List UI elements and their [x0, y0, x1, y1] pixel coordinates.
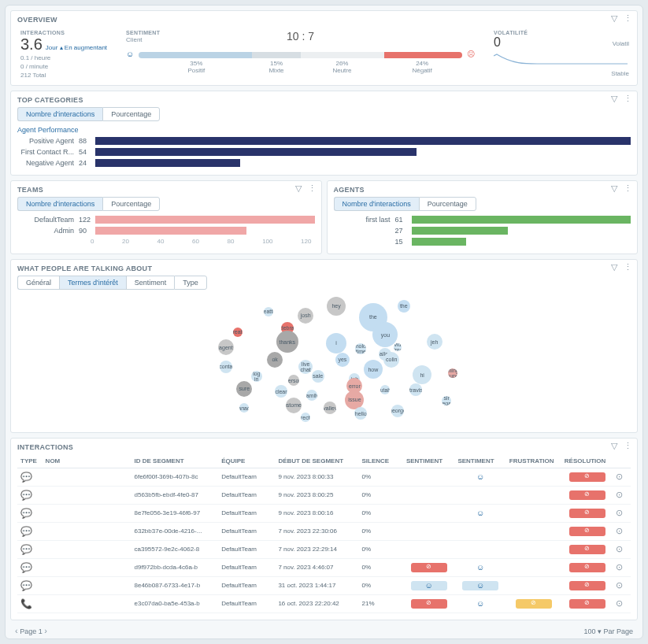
filter-icon[interactable]: ▽ — [611, 94, 617, 103]
row-action-icon[interactable]: ⊙ — [616, 508, 623, 517]
bar-row[interactable]: DefaultTeam122 — [17, 216, 315, 224]
table-row[interactable]: 💬d9f972bb-dcda-4c6a-bDefaultTeam7 nov. 2… — [17, 558, 631, 576]
filter-icon[interactable]: ▽ — [611, 14, 617, 23]
bubble[interactable]: yes — [335, 353, 350, 367]
row-action-icon[interactable]: ⊙ — [616, 598, 623, 608]
col-header[interactable]: FRUSTRATION — [506, 454, 561, 468]
col-header[interactable]: SILENCE — [358, 454, 402, 468]
clock-value: 10 : 7 — [287, 30, 314, 43]
tab-terms[interactable]: Termes d'intérêt — [59, 276, 126, 290]
bubble[interactable]: hold time — [355, 343, 366, 354]
row-action-icon[interactable]: ⊙ — [616, 490, 623, 499]
bubble[interactable]: person — [288, 375, 299, 386]
bubble[interactable]: ustomer — [286, 398, 302, 413]
bubble[interactable]: ok — [267, 352, 283, 368]
tab-interactions[interactable]: Nombre d'interactions — [17, 107, 102, 121]
filter-icon[interactable]: ▽ — [611, 263, 617, 272]
bubble[interactable]: josh — [298, 308, 313, 324]
bubble[interactable]: colin — [383, 352, 399, 368]
bubble[interactable]: travis — [409, 383, 422, 396]
bubble[interactable]: george — [391, 405, 404, 417]
bubble[interactable]: hey — [327, 297, 346, 316]
bubble[interactable]: family — [306, 390, 317, 401]
table-row[interactable]: 📞e3c07da0-ba5e-453a-bDefaultTeam16 oct. … — [17, 594, 631, 613]
silence: 0% — [358, 576, 402, 594]
table-row[interactable]: 💬6fe6f00f-369b-407b-8cDefaultTeam9 nov. … — [17, 468, 631, 486]
table-row[interactable]: 💬632bb37e-00de-4216-...DefaultTeam7 nov.… — [17, 522, 631, 540]
table-row[interactable]: 💬d563b5fb-ebdf-4fe0-87DefaultTeam9 nov. … — [17, 486, 631, 504]
bubble[interactable]: issue — [345, 390, 364, 409]
filter-icon[interactable]: ▽ — [611, 184, 617, 193]
bubble[interactable]: director — [301, 413, 310, 422]
tab-percentage[interactable]: Pourcentage — [102, 197, 160, 211]
bubble[interactable]: how — [364, 360, 383, 379]
bubble[interactable]: incontact — [220, 361, 232, 373]
bar-row[interactable]: Negative Agent24 — [17, 159, 631, 167]
tab-general[interactable]: Général — [17, 276, 59, 290]
bubble[interactable]: i — [326, 333, 346, 353]
more-icon[interactable]: ⋮ — [624, 184, 632, 193]
next-page-icon[interactable]: › — [44, 626, 47, 635]
col-header[interactable]: RÉSOLUTION — [561, 454, 613, 468]
bubble[interactable]: hi — [413, 365, 431, 384]
bubble[interactable]: sure — [236, 381, 252, 397]
table-row[interactable]: 💬ca395572-9e2c-4062-8DefaultTeam7 nov. 2… — [17, 540, 631, 558]
bubble[interactable]: seattle — [264, 307, 273, 316]
prev-page-icon[interactable]: ‹ — [15, 626, 18, 635]
bubble[interactable]: agent — [218, 339, 234, 355]
col-header[interactable]: ID DE SEGMENT — [131, 454, 219, 468]
bubble[interactable]: sir vegas — [442, 396, 451, 405]
more-icon[interactable]: ⋮ — [308, 184, 317, 193]
row-action-icon[interactable]: ⊙ — [616, 526, 623, 535]
bar-row[interactable]: 27 — [334, 227, 631, 235]
row-action-icon[interactable]: ⊙ — [616, 544, 623, 553]
bubble[interactable]: live chat — [298, 360, 313, 374]
tab-percentage[interactable]: Pourcentage — [419, 197, 476, 211]
bar-row[interactable]: Admin90 — [17, 227, 315, 235]
bar-row[interactable]: First Contact R...54 — [17, 148, 631, 156]
bubble[interactable]: log in — [251, 371, 262, 382]
tab-interactions[interactable]: Nombre d'interactions — [17, 197, 102, 211]
bubble[interactable]: vid time — [394, 343, 402, 351]
tab-percentage[interactable]: Pourcentage — [102, 107, 160, 121]
more-icon[interactable]: ⋮ — [624, 14, 632, 23]
row-action-icon[interactable]: ⊙ — [616, 580, 623, 590]
col-header[interactable]: DÉBUT DE SEGMENT — [275, 454, 358, 468]
bar-row[interactable]: Positive Agent88 — [17, 137, 631, 145]
bubble[interactable]: the — [398, 300, 410, 313]
more-icon[interactable]: ⋮ — [624, 263, 632, 272]
col-header[interactable]: TYPE — [17, 454, 43, 468]
more-icon[interactable]: ⋮ — [624, 94, 632, 103]
col-header[interactable]: NOM — [43, 454, 131, 468]
col-header[interactable]: ÉQUIPE — [218, 454, 275, 468]
topcat-group[interactable]: Agent Performance — [17, 126, 631, 134]
col-header[interactable]: SENTIMENT — [454, 454, 505, 468]
tab-interactions[interactable]: Nombre d'interactions — [334, 197, 419, 211]
bubble[interactable]: nthreathen — [233, 328, 243, 337]
more-icon[interactable]: ⋮ — [624, 442, 632, 450]
table-row[interactable]: 💬8e46b087-6733-4e17-bDefaultTeam31 oct. … — [17, 576, 631, 594]
bar-row[interactable]: 15 — [334, 238, 631, 246]
chat-icon: 💬 — [20, 544, 32, 555]
bar-row[interactable]: first last61 — [334, 216, 631, 224]
bubble[interactable]: clear — [275, 385, 287, 398]
bubble[interactable]: thing supe — [448, 368, 457, 378]
bubble[interactable]: thanks — [276, 331, 298, 353]
filter-icon[interactable]: ▽ — [295, 184, 302, 193]
bubble[interactable]: hello — [354, 407, 367, 420]
col-header[interactable] — [613, 454, 631, 468]
row-action-icon[interactable]: ⊙ — [616, 562, 623, 572]
seg-start: 7 nov. 2023 4:46:07 — [275, 558, 358, 576]
table-row[interactable]: 💬8e7fe056-3e19-46f6-97DefaultTeam9 nov. … — [17, 504, 631, 522]
col-header[interactable]: SENTIMENT — [403, 454, 454, 468]
row-action-icon[interactable]: ⊙ — [616, 472, 623, 481]
bubble[interactable]: manager — [239, 403, 249, 413]
tab-sentiment[interactable]: Sentiment — [126, 276, 175, 290]
bubble[interactable]: utah — [380, 385, 390, 394]
bubble[interactable]: jeh — [427, 334, 442, 350]
filter-icon[interactable]: ▽ — [611, 442, 617, 450]
per-page-select[interactable]: 100 ▾ — [583, 627, 602, 635]
bubble[interactable]: sale — [312, 370, 324, 383]
tab-type[interactable]: Type — [174, 276, 207, 290]
bubble[interactable]: valley — [324, 402, 336, 414]
